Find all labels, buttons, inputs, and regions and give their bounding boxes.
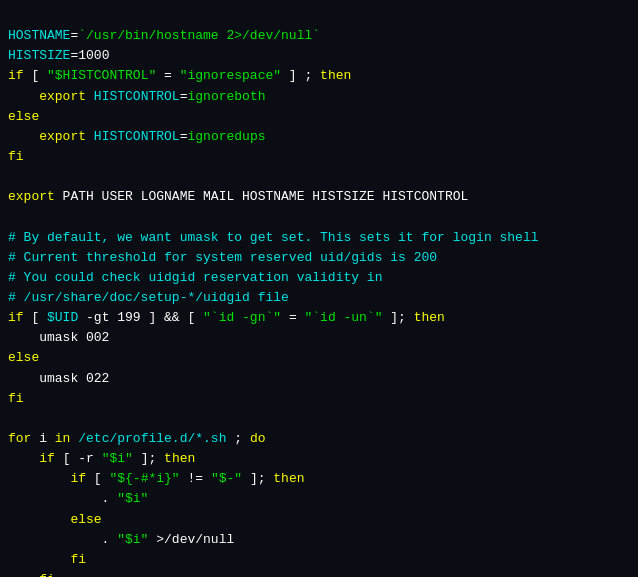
line-12: # Current threshold for system reserved … [8, 250, 437, 265]
line-6: export HISTCONTROL=ignoredups [8, 129, 266, 144]
line-1: HOSTNAME=`/usr/bin/hostname 2>/dev/null` [8, 28, 320, 43]
line-3: if [ "$HISTCONTROL" = "ignorespace" ] ; … [8, 68, 351, 83]
line-19: fi [8, 391, 24, 406]
line-18: umask 022 [8, 371, 109, 386]
line-11: # By default, we want umask to get set. … [8, 230, 539, 245]
line-9: export PATH USER LOGNAME MAIL HOSTNAME H… [8, 189, 468, 204]
line-22: if [ -r "$i" ]; then [8, 451, 195, 466]
line-5: else [8, 109, 39, 124]
code-content: HOSTNAME=`/usr/bin/hostname 2>/dev/null`… [8, 6, 630, 577]
terminal-window: HOSTNAME=`/usr/bin/hostname 2>/dev/null`… [0, 0, 638, 577]
line-20 [8, 411, 16, 426]
line-17: else [8, 350, 39, 365]
line-27: fi [8, 552, 86, 567]
line-26: . "$i" >/dev/null [8, 532, 234, 547]
line-2: HISTSIZE=1000 [8, 48, 109, 63]
line-28: fi [8, 572, 55, 577]
line-10 [8, 209, 16, 224]
line-7: fi [8, 149, 24, 164]
line-25: else [8, 512, 102, 527]
line-24: . "$i" [8, 491, 148, 506]
line-14: # /usr/share/doc/setup-*/uidgid file [8, 290, 289, 305]
line-8 [8, 169, 16, 184]
line-21: for i in /etc/profile.d/*.sh ; do [8, 431, 265, 446]
line-4: export HISTCONTROL=ignoreboth [8, 89, 266, 104]
line-23: if [ "${-#*i}" != "$-" ]; then [8, 471, 305, 486]
line-16: umask 002 [8, 330, 109, 345]
line-13: # You could check uidgid reservation val… [8, 270, 382, 285]
line-15: if [ $UID -gt 199 ] && [ "`id -gn`" = "`… [8, 310, 445, 325]
